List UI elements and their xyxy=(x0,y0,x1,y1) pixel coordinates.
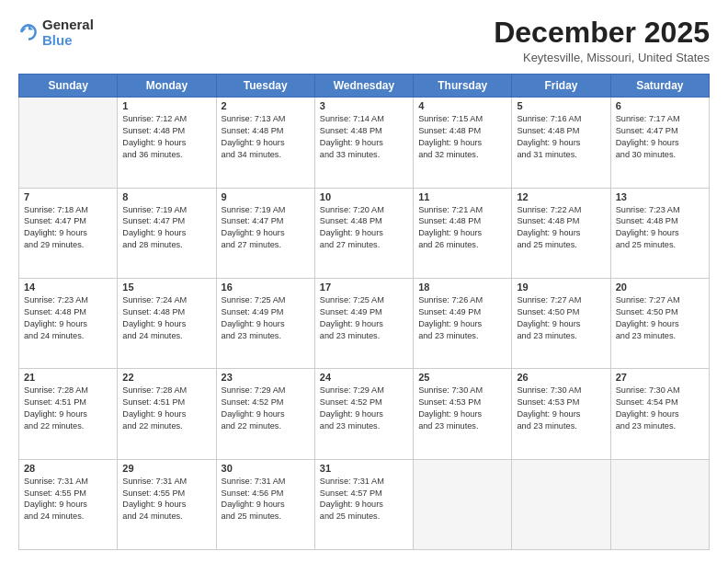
calendar-cell: 15Sunrise: 7:24 AMSunset: 4:48 PMDayligh… xyxy=(118,278,216,368)
day-info: Sunrise: 7:23 AMSunset: 4:48 PMDaylight:… xyxy=(24,294,112,342)
day-info: Sunrise: 7:14 AMSunset: 4:48 PMDaylight:… xyxy=(320,113,408,161)
day-number: 18 xyxy=(418,282,506,293)
calendar-cell xyxy=(414,459,512,549)
day-info: Sunrise: 7:30 AMSunset: 4:53 PMDaylight:… xyxy=(418,385,506,432)
calendar-week-row: 14Sunrise: 7:23 AMSunset: 4:48 PMDayligh… xyxy=(19,278,710,368)
day-info: Sunrise: 7:27 AMSunset: 4:50 PMDaylight:… xyxy=(517,294,605,342)
calendar-cell: 3Sunrise: 7:14 AMSunset: 4:48 PMDaylight… xyxy=(314,98,413,188)
calendar-cell: 30Sunrise: 7:31 AMSunset: 4:56 PMDayligh… xyxy=(216,459,314,549)
logo: General Blue xyxy=(18,17,94,49)
day-info: Sunrise: 7:12 AMSunset: 4:48 PMDaylight:… xyxy=(122,113,210,161)
day-number: 26 xyxy=(517,372,605,383)
calendar-body: 1Sunrise: 7:12 AMSunset: 4:48 PMDaylight… xyxy=(19,98,710,550)
day-info: Sunrise: 7:17 AMSunset: 4:47 PMDaylight:… xyxy=(616,113,704,161)
day-number: 23 xyxy=(222,372,310,383)
day-info: Sunrise: 7:13 AMSunset: 4:48 PMDaylight:… xyxy=(222,113,310,161)
day-number: 2 xyxy=(222,100,310,111)
day-info: Sunrise: 7:22 AMSunset: 4:48 PMDaylight:… xyxy=(517,204,605,252)
header-row: SundayMondayTuesdayWednesdayThursdayFrid… xyxy=(19,75,710,98)
day-number: 6 xyxy=(616,100,704,111)
day-number: 16 xyxy=(222,282,310,293)
day-info: Sunrise: 7:30 AMSunset: 4:53 PMDaylight:… xyxy=(517,385,605,432)
day-number: 9 xyxy=(222,191,310,202)
day-number: 15 xyxy=(122,282,210,293)
day-of-week-header: Monday xyxy=(118,75,216,98)
day-info: Sunrise: 7:31 AMSunset: 4:55 PMDaylight:… xyxy=(122,476,210,523)
calendar-week-row: 1Sunrise: 7:12 AMSunset: 4:48 PMDaylight… xyxy=(19,98,710,188)
month-title: December 2025 xyxy=(494,17,710,49)
day-number: 17 xyxy=(320,282,408,293)
calendar-cell: 5Sunrise: 7:16 AMSunset: 4:48 PMDaylight… xyxy=(512,98,610,188)
calendar-cell xyxy=(19,98,118,188)
header: General Blue December 2025 Keytesville, … xyxy=(18,17,710,64)
location: Keytesville, Missouri, United States xyxy=(494,51,710,64)
day-info: Sunrise: 7:16 AMSunset: 4:48 PMDaylight:… xyxy=(517,113,605,161)
day-info: Sunrise: 7:29 AMSunset: 4:52 PMDaylight:… xyxy=(320,385,408,432)
day-number: 12 xyxy=(517,191,605,202)
day-info: Sunrise: 7:25 AMSunset: 4:49 PMDaylight:… xyxy=(222,294,310,342)
day-info: Sunrise: 7:19 AMSunset: 4:47 PMDaylight:… xyxy=(222,204,310,252)
logo-general: General xyxy=(42,17,94,32)
calendar-cell xyxy=(610,459,709,549)
day-number: 13 xyxy=(616,191,704,202)
calendar-cell xyxy=(512,459,610,549)
day-info: Sunrise: 7:25 AMSunset: 4:49 PMDaylight:… xyxy=(320,294,408,342)
calendar-cell: 9Sunrise: 7:19 AMSunset: 4:47 PMDaylight… xyxy=(216,188,314,278)
day-of-week-header: Sunday xyxy=(19,75,118,98)
logo-text: General Blue xyxy=(42,17,94,49)
calendar-cell: 28Sunrise: 7:31 AMSunset: 4:55 PMDayligh… xyxy=(19,459,118,549)
calendar-cell: 18Sunrise: 7:26 AMSunset: 4:49 PMDayligh… xyxy=(414,278,512,368)
day-info: Sunrise: 7:31 AMSunset: 4:57 PMDaylight:… xyxy=(320,476,408,523)
day-of-week-header: Thursday xyxy=(414,75,512,98)
day-number: 10 xyxy=(320,191,408,202)
day-number: 19 xyxy=(517,282,605,293)
calendar-cell: 22Sunrise: 7:28 AMSunset: 4:51 PMDayligh… xyxy=(118,369,216,459)
calendar-cell: 19Sunrise: 7:27 AMSunset: 4:50 PMDayligh… xyxy=(512,278,610,368)
day-number: 25 xyxy=(418,372,506,383)
day-of-week-header: Saturday xyxy=(610,75,709,98)
calendar-cell: 13Sunrise: 7:23 AMSunset: 4:48 PMDayligh… xyxy=(610,188,709,278)
calendar-cell: 7Sunrise: 7:18 AMSunset: 4:47 PMDaylight… xyxy=(19,188,118,278)
calendar-cell: 17Sunrise: 7:25 AMSunset: 4:49 PMDayligh… xyxy=(314,278,413,368)
day-info: Sunrise: 7:30 AMSunset: 4:54 PMDaylight:… xyxy=(616,385,704,432)
day-info: Sunrise: 7:24 AMSunset: 4:48 PMDaylight:… xyxy=(122,294,210,342)
day-number: 24 xyxy=(320,372,408,383)
calendar-cell: 31Sunrise: 7:31 AMSunset: 4:57 PMDayligh… xyxy=(314,459,413,549)
logo-icon xyxy=(18,22,39,42)
day-number: 20 xyxy=(616,282,704,293)
day-number: 27 xyxy=(616,372,704,383)
calendar-cell: 27Sunrise: 7:30 AMSunset: 4:54 PMDayligh… xyxy=(610,369,709,459)
day-number: 4 xyxy=(418,100,506,111)
calendar-cell: 10Sunrise: 7:20 AMSunset: 4:48 PMDayligh… xyxy=(314,188,413,278)
day-number: 31 xyxy=(320,463,408,474)
calendar-cell: 12Sunrise: 7:22 AMSunset: 4:48 PMDayligh… xyxy=(512,188,610,278)
title-block: December 2025 Keytesville, Missouri, Uni… xyxy=(494,17,710,64)
calendar-cell: 29Sunrise: 7:31 AMSunset: 4:55 PMDayligh… xyxy=(118,459,216,549)
day-info: Sunrise: 7:26 AMSunset: 4:49 PMDaylight:… xyxy=(418,294,506,342)
calendar: SundayMondayTuesdayWednesdayThursdayFrid… xyxy=(18,74,710,550)
day-number: 28 xyxy=(24,463,112,474)
day-number: 7 xyxy=(24,191,112,202)
calendar-cell: 11Sunrise: 7:21 AMSunset: 4:48 PMDayligh… xyxy=(414,188,512,278)
day-of-week-header: Wednesday xyxy=(314,75,413,98)
day-info: Sunrise: 7:28 AMSunset: 4:51 PMDaylight:… xyxy=(24,385,112,432)
day-info: Sunrise: 7:31 AMSunset: 4:56 PMDaylight:… xyxy=(222,476,310,523)
calendar-cell: 1Sunrise: 7:12 AMSunset: 4:48 PMDaylight… xyxy=(118,98,216,188)
calendar-cell: 6Sunrise: 7:17 AMSunset: 4:47 PMDaylight… xyxy=(610,98,709,188)
day-info: Sunrise: 7:28 AMSunset: 4:51 PMDaylight:… xyxy=(122,385,210,432)
calendar-week-row: 28Sunrise: 7:31 AMSunset: 4:55 PMDayligh… xyxy=(19,459,710,549)
day-number: 14 xyxy=(24,282,112,293)
calendar-cell: 23Sunrise: 7:29 AMSunset: 4:52 PMDayligh… xyxy=(216,369,314,459)
day-info: Sunrise: 7:15 AMSunset: 4:48 PMDaylight:… xyxy=(418,113,506,161)
day-info: Sunrise: 7:31 AMSunset: 4:55 PMDaylight:… xyxy=(24,476,112,523)
day-of-week-header: Friday xyxy=(512,75,610,98)
calendar-cell: 16Sunrise: 7:25 AMSunset: 4:49 PMDayligh… xyxy=(216,278,314,368)
calendar-cell: 24Sunrise: 7:29 AMSunset: 4:52 PMDayligh… xyxy=(314,369,413,459)
calendar-week-row: 21Sunrise: 7:28 AMSunset: 4:51 PMDayligh… xyxy=(19,369,710,459)
calendar-header: SundayMondayTuesdayWednesdayThursdayFrid… xyxy=(19,75,710,98)
day-info: Sunrise: 7:19 AMSunset: 4:47 PMDaylight:… xyxy=(122,204,210,252)
day-info: Sunrise: 7:27 AMSunset: 4:50 PMDaylight:… xyxy=(616,294,704,342)
day-info: Sunrise: 7:29 AMSunset: 4:52 PMDaylight:… xyxy=(222,385,310,432)
day-number: 30 xyxy=(222,463,310,474)
day-number: 3 xyxy=(320,100,408,111)
